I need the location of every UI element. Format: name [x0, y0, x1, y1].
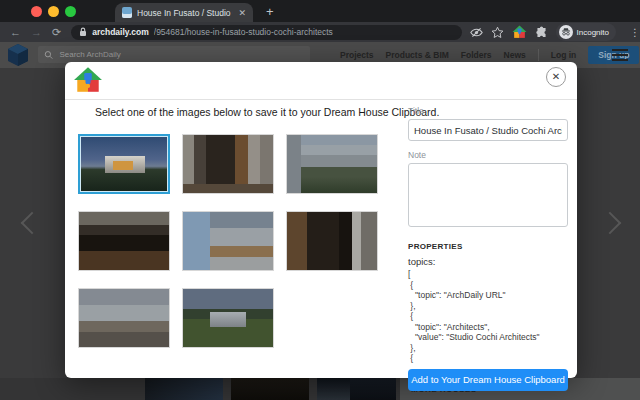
login-link[interactable]: Log in: [551, 50, 577, 60]
properties-heading: PROPERTIES: [408, 242, 568, 251]
house-image-thumbnail[interactable]: [286, 134, 378, 194]
address-bar[interactable]: archdaily.com/954681/house-in-fusato-stu…: [71, 25, 461, 40]
modal-form-column: Title Note PROPERTIES topics: [ { "topic…: [408, 106, 568, 391]
back-icon[interactable]: ←: [10, 26, 21, 38]
note-textarea[interactable]: [408, 163, 568, 227]
site-search[interactable]: [38, 46, 310, 63]
browser-tab[interactable]: House In Fusato / Studio Cochi ✕: [115, 3, 253, 22]
url-path: /954681/house-in-fusato-studio-cochi-arc…: [154, 27, 333, 37]
browser-menu-icon[interactable]: ⋮: [630, 27, 640, 38]
house-image-thumbnail-selected[interactable]: [78, 134, 170, 194]
title-input[interactable]: [408, 119, 568, 141]
nav-divider: [538, 49, 539, 61]
tab-close-icon[interactable]: ✕: [238, 8, 246, 18]
extensions-puzzle-icon[interactable]: [535, 26, 548, 39]
properties-json-code: [ { "topic": "ArchDaily URL" }, { "topic…: [408, 269, 568, 364]
window-zoom-button[interactable]: [65, 6, 76, 17]
house-image-thumbnail[interactable]: [286, 211, 378, 271]
incognito-icon: [559, 25, 573, 39]
add-to-clipboard-button[interactable]: Add to Your Dream House Clipboard: [408, 369, 568, 391]
house-image-thumbnail[interactable]: [182, 288, 274, 348]
search-icon: [44, 50, 53, 60]
window-controls: [31, 6, 76, 17]
house-image-thumbnail[interactable]: [182, 211, 274, 271]
tab-title: House In Fusato / Studio Cochi: [137, 8, 233, 18]
gallery-strip-thumb[interactable]: [231, 378, 309, 400]
title-label: Title: [408, 106, 568, 116]
modal-close-button[interactable]: ✕: [546, 67, 566, 87]
window-close-button[interactable]: [31, 6, 42, 17]
url-domain: archdaily.com: [92, 27, 149, 37]
bookmark-star-icon[interactable]: [491, 26, 504, 39]
nav-item-projects[interactable]: Projects: [340, 50, 374, 60]
gallery-strip-thumb[interactable]: [350, 378, 396, 400]
incognito-badge: Incognito: [556, 23, 616, 41]
search-input[interactable]: [59, 50, 304, 59]
new-tab-button[interactable]: +: [266, 3, 274, 20]
house-image-thumbnail[interactable]: [78, 288, 170, 348]
lock-icon: [79, 27, 87, 37]
dream-house-extension-logo-icon: [73, 66, 103, 94]
nav-item-products-bim[interactable]: Products & BIM: [386, 50, 449, 60]
note-label: Note: [408, 150, 568, 160]
incognito-label: Incognito: [577, 28, 609, 37]
house-image-thumbnail[interactable]: [78, 211, 170, 271]
reload-icon[interactable]: ⟳: [52, 26, 61, 39]
topics-label: topics:: [408, 256, 568, 267]
nav-item-news[interactable]: News: [504, 50, 526, 60]
browser-tab-bar: House In Fusato / Studio Cochi ✕ +: [0, 0, 640, 22]
window-minimize-button[interactable]: [48, 6, 59, 17]
modal-instruction-text: Select one of the images below to save i…: [95, 106, 439, 118]
modal-header: ✕: [65, 62, 577, 100]
dream-house-extension-icon[interactable]: [512, 25, 527, 39]
browser-toolbar: ← → ⟳ archdaily.com/954681/house-in-fusa…: [0, 22, 640, 42]
archdaily-logo[interactable]: [8, 44, 28, 66]
hamburger-menu-icon[interactable]: [612, 49, 628, 64]
nav-item-folders[interactable]: Folders: [461, 50, 492, 60]
forward-icon[interactable]: →: [31, 26, 42, 38]
dream-house-clipboard-modal: ✕ Select one of the images below to save…: [65, 62, 577, 378]
gallery-strip-thumb[interactable]: [145, 378, 223, 400]
image-grid: [78, 134, 378, 348]
password-eye-off-icon[interactable]: [470, 26, 483, 39]
house-image-thumbnail[interactable]: [182, 134, 274, 194]
tab-favicon-icon: [122, 7, 132, 18]
